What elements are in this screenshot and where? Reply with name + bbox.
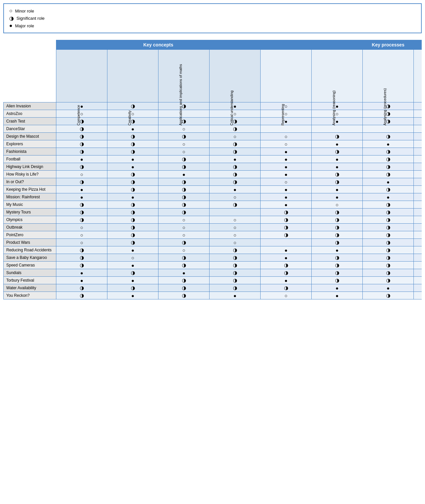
- data-cell: ◑: [414, 209, 422, 216]
- minor-role-label: Minor role: [15, 9, 34, 14]
- table-row: Product Wars○◑◑○◑◑◑◑○○◑○◑◑●◑◑○: [4, 239, 422, 246]
- data-cell: ○: [210, 110, 261, 118]
- data-cell: ●: [261, 186, 312, 193]
- data-cell: ◑: [158, 163, 210, 171]
- data-cell: ◑: [363, 102, 414, 110]
- data-cell: ○: [312, 110, 363, 118]
- data-cell: ●: [312, 163, 363, 171]
- data-cell: ◑: [56, 133, 107, 140]
- data-cell: ●: [107, 155, 158, 163]
- data-cell: ◑: [107, 140, 158, 148]
- col-analysing-procedures: Analysing (procedures): [363, 50, 414, 102]
- table-row: Sundials●◑●◑◑◑◑◑◑◑●◑●○●◑●◑: [4, 269, 422, 277]
- data-cell: ◑: [261, 216, 312, 224]
- data-cell: ○: [261, 102, 312, 110]
- data-cell: ◑: [158, 178, 210, 186]
- data-cell: ◑: [312, 209, 363, 216]
- data-cell: ●: [312, 246, 363, 254]
- data-cell: ●: [261, 118, 312, 125]
- table-row: How Risky is Life?○◑●◑●◑◑◑◑◑○●○◑○●○◑◑: [4, 171, 422, 178]
- significant-role-label: Significant role: [16, 16, 44, 21]
- data-cell: ●: [363, 178, 414, 186]
- row-label: Olympics: [4, 216, 56, 224]
- data-cell: ●: [56, 102, 107, 110]
- data-cell: ●: [363, 284, 414, 292]
- data-cell: ◑: [414, 216, 422, 224]
- data-cell: ◑: [363, 216, 414, 224]
- data-cell: ●: [107, 125, 158, 133]
- data-cell: ●: [312, 140, 363, 148]
- data-cell: ○: [261, 292, 312, 299]
- data-cell: ○: [158, 216, 210, 224]
- data-cell: ◑: [414, 125, 422, 133]
- data-cell: ◑: [107, 133, 158, 140]
- data-cell: ●: [210, 186, 261, 193]
- data-cell: ◑: [107, 178, 158, 186]
- table-row: Football●●◑●●●◑◑◑○◑◑○●●◑◑◑○: [4, 155, 422, 163]
- row-label: Explorers: [4, 140, 56, 148]
- table-row: Design the Mascot◑◑◑○○◑◑◑◑◑◑○◑○◑○: [4, 133, 422, 140]
- row-label: Speed Cameras: [4, 262, 56, 269]
- row-label: Highway Link Design: [4, 163, 56, 171]
- data-cell: ◑: [363, 239, 414, 246]
- col-critical: Critical understanding: [210, 50, 261, 102]
- data-cell: ○: [158, 224, 210, 231]
- data-cell: ○: [158, 231, 210, 239]
- col-creativity: Creativity: [107, 50, 158, 102]
- data-cell: ◑: [107, 231, 158, 239]
- data-cell: ◑: [363, 163, 414, 171]
- col-interpreting: Interpreting and evaluating: [414, 50, 422, 102]
- key-concepts-header: Key concepts: [56, 40, 261, 50]
- data-cell: ◑: [107, 216, 158, 224]
- empty-corner: [4, 40, 56, 50]
- data-cell: ◑: [363, 262, 414, 269]
- minor-role-icon: ○: [9, 8, 13, 14]
- data-cell: ○: [56, 224, 107, 231]
- data-cell: ○: [56, 239, 107, 246]
- data-cell: ◑: [56, 178, 107, 186]
- data-cell: ◑: [158, 102, 210, 110]
- data-cell: ◑: [56, 163, 107, 171]
- data-cell: ◑: [210, 140, 261, 148]
- table-row: Keeping the Pizza Hot●◑◑●●●◑◑◑●○◑●◑◑◑◑●: [4, 186, 422, 193]
- data-cell: ◑: [107, 284, 158, 292]
- data-cell: ◑: [363, 186, 414, 193]
- table-row: Alien Invasion●◑◑●○●◑◑◑●◑○●◑◑●○●: [4, 102, 422, 110]
- data-cell: ◑: [210, 284, 261, 292]
- data-cell: ●: [56, 193, 107, 201]
- data-cell: ●: [107, 262, 158, 269]
- row-label: DanceStar: [4, 125, 56, 133]
- data-cell: ◑: [363, 155, 414, 163]
- table-row: AstroZoo○○○○○◑◑◑◑○○○○●: [4, 110, 422, 118]
- data-cell: ◑: [56, 209, 107, 216]
- row-label: Sundials: [4, 269, 56, 277]
- data-cell: ◑: [414, 163, 422, 171]
- data-cell: ◑: [158, 239, 210, 246]
- empty-corner2: [4, 50, 56, 102]
- data-cell: ○: [56, 171, 107, 178]
- data-cell: ◑: [414, 178, 422, 186]
- data-cell: ○: [210, 133, 261, 140]
- data-cell: ○: [210, 216, 261, 224]
- data-cell: ◑: [312, 171, 363, 178]
- main-table-wrapper: Key concepts Key processes Content Areas…: [3, 40, 422, 299]
- row-label: Water Availability: [4, 284, 56, 292]
- legend-item-major: ● Major role: [9, 23, 416, 29]
- data-cell: ◑: [158, 186, 210, 193]
- data-cell: ●: [312, 118, 363, 125]
- data-cell: ○: [312, 201, 363, 209]
- data-cell: ○: [210, 239, 261, 246]
- data-cell: ◑: [363, 133, 414, 140]
- row-label: Save a Baby Kangaroo: [4, 254, 56, 262]
- data-cell: ◑: [363, 292, 414, 299]
- data-cell: ◑: [107, 209, 158, 216]
- data-cell: ◑: [107, 148, 158, 155]
- data-cell: ●: [414, 292, 422, 299]
- key-processes-header: Key processes: [261, 40, 422, 50]
- row-label: PointZero: [4, 231, 56, 239]
- data-cell: ●: [107, 163, 158, 171]
- row-label: Mystery Tours: [4, 209, 56, 216]
- data-cell: ○: [261, 110, 312, 118]
- data-cell: ◑: [414, 155, 422, 163]
- data-cell: ○: [158, 125, 210, 133]
